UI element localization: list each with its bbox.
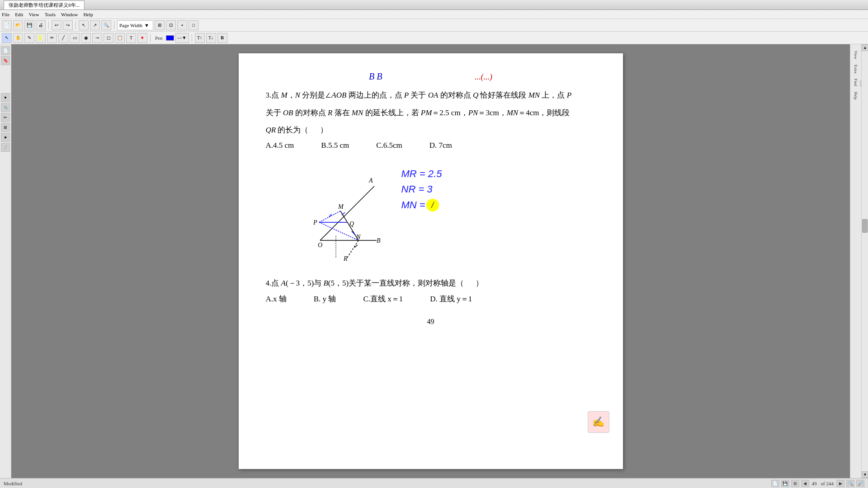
text-size-up[interactable]: T↑ [195,33,205,43]
prev-page-btn[interactable]: ◀ [801,480,809,487]
zoom-in-btn[interactable]: 🔎 [856,480,864,487]
svg-text:O: O [318,242,322,249]
choice4-a: A.x 轴 [266,294,287,304]
text-bold[interactable]: B [217,33,227,43]
save-btn[interactable]: 💾 [24,20,34,30]
rect-tool[interactable]: ▭ [70,33,80,43]
open-btn[interactable]: 📂 [13,20,23,30]
full-btn[interactable]: ⊡ [166,20,176,30]
annotations-area: MR = 2.5 NR = 3 MN = [401,159,442,267]
sidebar-icon-page[interactable]: 📄 [1,46,10,55]
page-width-label: Page Width [119,23,142,28]
erase-tool[interactable]: ◻ [104,33,113,43]
redo-btn[interactable]: ↪ [63,20,73,30]
hand-tool-overlay[interactable]: ✍ [588,411,609,433]
svg-line-3 [347,240,359,258]
cursor-btn[interactable]: ↗ [90,20,100,30]
sidebar-icon-heart[interactable]: ♥ [1,93,10,102]
line-weight-dropdown[interactable]: —▼ [175,33,189,43]
left-sidebar: 📄 🔖 ♥ 📎 ✏ ⊞ ★ ╱ [0,44,11,478]
menu-help[interactable]: Help [83,12,93,17]
scroll-down-btn[interactable]: ▼ [862,471,868,478]
select-btn[interactable]: ↖ [79,20,89,30]
statusbar-right: 📄 💾 ⊞ ◀ 49 of 244 ▶ 🔍 🔎 [771,480,864,487]
problem3-text2: 关于 OB 的对称点 R 落在 MN 的延长线上，若 PM＝2.5 cm，PN＝… [266,106,596,120]
svg-text:M: M [338,203,344,210]
geometry-diagram: A M O N B R P Q [293,159,383,267]
sidebar-icon-attach[interactable]: 📎 [1,103,10,112]
print-btn[interactable]: 🖨 [36,20,46,30]
toolbar1: 📄 📂 💾 🖨 ↩ ↪ ↖ ↗ 🔍 Page Width ▼ ⊞ ⊡ ▪ □ [0,19,868,32]
line-tool[interactable]: ╱ [58,33,68,43]
choice4-c: C.直线 x＝1 [363,294,403,304]
max-btn[interactable]: □ [189,20,198,30]
document-area: B B ...(...) 3.点 M，N 分别是∠AOB 两边上的点，点 P 关… [11,44,850,478]
problem3-choices: A.4.5 cm B.5.5 cm C.6.5cm D. 7cm [266,141,596,150]
heart-btn[interactable]: ♥ [137,33,147,43]
problem4-text: 4.点 A(－3，5)与 B(5，5)关于某一直线对称，则对称轴是（ ） [266,277,596,291]
stamp-tool[interactable]: 📋 [115,33,125,43]
page: B B ...(...) 3.点 M，N 分别是∠AOB 两边上的点，点 P 关… [239,53,623,469]
right-label-extra[interactable]: Extra [854,65,858,74]
annotation-mn: MN = [401,199,442,211]
text-size-dn[interactable]: T↓ [206,33,216,43]
right-label-help[interactable]: Help [854,92,858,100]
right-label-find[interactable]: Find [854,79,858,86]
next-page-btn[interactable]: ▶ [836,480,844,487]
sidebar-icon-grid[interactable]: ⊞ [1,123,10,132]
menu-file[interactable]: File [2,12,9,17]
menu-view[interactable]: View [28,12,39,17]
menu-edit[interactable]: Edit [15,12,23,17]
type-tool[interactable]: T [126,33,136,43]
scroll-up-btn[interactable]: ▲ [862,44,868,51]
fit-btn[interactable]: ⊞ [155,20,165,30]
page-width-dropdown[interactable]: Page Width ▼ [117,20,153,30]
arrow-tool[interactable]: ↖ [2,33,12,43]
draw-tool[interactable]: ✏ [47,33,57,43]
svg-text:P: P [313,219,317,226]
modified-label: Modified [4,481,22,486]
title-tab[interactable]: 张勋老师数学培优课程讲义8年... [4,0,85,9]
yellow-cursor [426,199,439,211]
fit-status-icon[interactable]: ⊞ [791,480,799,487]
page-number: 49 [266,318,596,326]
right-label-view[interactable]: View [854,51,858,59]
problem4-choices: A.x 轴 B. y 轴 C.直线 x＝1 D. 直线 y＝1 [266,294,596,304]
menu-tools[interactable]: Tools [45,12,56,17]
shape-tool[interactable]: ◉ [81,33,91,43]
pen-eraser[interactable]: ✎ [24,33,34,43]
new-btn[interactable]: 📄 [2,20,12,30]
titlebar: 张勋老师数学培优课程讲义8年... [0,0,868,10]
hand-tool-tb[interactable]: ✋ [13,33,23,43]
undo-btn[interactable]: ↩ [52,20,61,30]
scrollbar-track[interactable] [862,51,868,471]
color-swatch-blue[interactable] [166,35,174,41]
choice3-c: C.6.5cm [376,141,402,150]
diagram-area: A M O N B R P Q [293,159,596,267]
zoom-btn[interactable]: 🔍 [101,20,111,30]
svg-text:Q: Q [349,221,354,227]
above-fold-text: B B ...(...) [266,71,596,82]
split-btn[interactable]: ▪ [177,20,187,30]
menu-window[interactable]: Window [61,12,78,17]
main-layout: 📄 🔖 ♥ 📎 ✏ ⊞ ★ ╱ B B ...(...) 3.点 M，N 分别是… [0,44,868,478]
scrollbar-thumb[interactable] [862,219,868,233]
sidebar-icon-star[interactable]: ★ [1,133,10,142]
sidebar-icon-pencil[interactable]: ✏ [1,113,10,122]
pen-mode-label: Pen [153,35,165,41]
sep1 [48,21,49,29]
sidebar-icon-pencil2[interactable]: ╱ [1,143,10,152]
lasso-tool[interactable]: ⊸ [92,33,102,43]
sidebar-icon-bookmark[interactable]: 🔖 [1,56,10,65]
save-status-icon[interactable]: 💾 [781,480,789,487]
choice4-b: B. y 轴 [314,294,336,304]
annotation-nr: NR = 3 [401,183,442,195]
highlighter-tool[interactable]: ▌ [36,33,46,43]
problem3-text: 3.点 M，N 分别是∠AOB 两边上的点，点 P 关于 OA 的对称点 Q 恰… [266,89,596,103]
page-nav: ◀ 49 of 244 ▶ [801,480,844,487]
problem3-text3: QR 的长为（ ） [266,123,596,137]
zoom-out-btn[interactable]: 🔍 [846,480,854,487]
svg-text:B: B [377,237,381,244]
doc-status-icon[interactable]: 📄 [771,480,779,487]
choice3-a: A.4.5 cm [266,141,294,150]
